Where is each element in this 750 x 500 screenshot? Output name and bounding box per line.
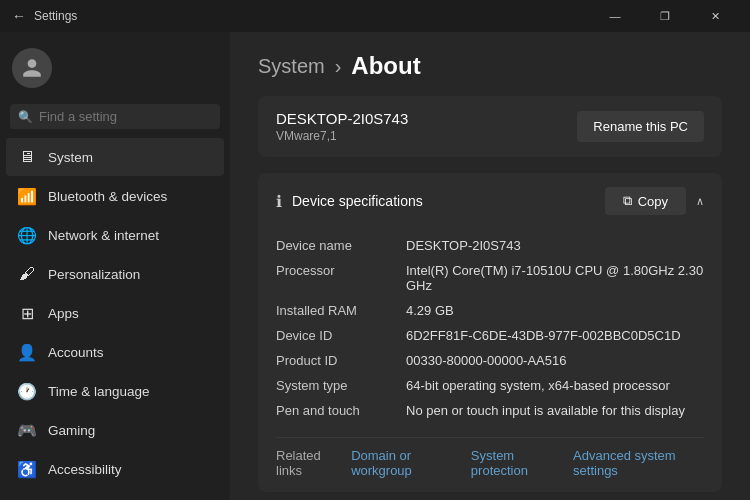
back-icon[interactable]: ←	[12, 8, 26, 24]
titlebar-title: Settings	[34, 9, 77, 23]
spec-value: 64-bit operating system, x64-based proce…	[406, 378, 704, 393]
content-area: System › About DESKTOP-2I0S743 VMware7,1…	[230, 32, 750, 500]
nav-label-apps: Apps	[48, 306, 79, 321]
spec-value: No pen or touch input is available for t…	[406, 403, 704, 418]
spec-row: System type64-bit operating system, x64-…	[276, 373, 704, 398]
titlebar-left: ← Settings	[12, 8, 77, 24]
nav-label-accessibility: Accessibility	[48, 462, 122, 477]
spec-label: Processor	[276, 263, 406, 293]
related-links-container: Domain or workgroup System protection Ad…	[351, 448, 704, 478]
sidebar-item-accounts[interactable]: 👤Accounts	[6, 333, 224, 371]
device-specs-card: ℹ Device specifications ⧉ Copy ∧ Device …	[258, 173, 722, 492]
device-specs-actions: ⧉ Copy ∧	[605, 187, 704, 215]
nav-icon-accounts: 👤	[18, 343, 36, 361]
nav-label-gaming: Gaming	[48, 423, 95, 438]
breadcrumb: System › About	[230, 32, 750, 96]
spec-label: Installed RAM	[276, 303, 406, 318]
nav-label-accounts: Accounts	[48, 345, 104, 360]
nav-icon-time: 🕐	[18, 382, 36, 400]
spec-value: 00330-80000-00000-AA516	[406, 353, 704, 368]
related-label: Related links	[276, 448, 341, 478]
device-specs-chevron: ∧	[696, 195, 704, 208]
device-specs-title: Device specifications	[292, 193, 423, 209]
device-spec-table: Device nameDESKTOP-2I0S743ProcessorIntel…	[258, 229, 722, 437]
nav-icon-bluetooth: 📶	[18, 187, 36, 205]
nav-label-time: Time & language	[48, 384, 150, 399]
device-specs-title-area: ℹ Device specifications	[276, 192, 423, 211]
pc-sub: VMware7,1	[276, 129, 408, 143]
system-protection-link[interactable]: System protection	[471, 448, 561, 478]
pc-name-info: DESKTOP-2I0S743 VMware7,1	[276, 110, 408, 143]
nav-icon-system: 🖥	[18, 148, 36, 166]
nav-icon-network: 🌐	[18, 226, 36, 244]
spec-row: Device nameDESKTOP-2I0S743	[276, 233, 704, 258]
nav-icon-gaming: 🎮	[18, 421, 36, 439]
sidebar-item-apps[interactable]: ⊞Apps	[6, 294, 224, 332]
close-button[interactable]: ✕	[692, 0, 738, 32]
spec-label: Product ID	[276, 353, 406, 368]
device-specs-header[interactable]: ℹ Device specifications ⧉ Copy ∧	[258, 173, 722, 229]
nav-icon-accessibility: ♿	[18, 460, 36, 478]
related-links: Related links Domain or workgroup System…	[258, 438, 722, 492]
sidebar: 🔍 🖥System📶Bluetooth & devices🌐Network & …	[0, 32, 230, 500]
nav-label-bluetooth: Bluetooth & devices	[48, 189, 167, 204]
sidebar-item-accessibility[interactable]: ♿Accessibility	[6, 450, 224, 488]
spec-label: Device ID	[276, 328, 406, 343]
spec-row: Device ID6D2FF81F-C6DE-43DB-977F-002BBC0…	[276, 323, 704, 348]
sidebar-item-time[interactable]: 🕐Time & language	[6, 372, 224, 410]
nav-label-personalization: Personalization	[48, 267, 140, 282]
breadcrumb-separator: ›	[335, 55, 342, 78]
spec-row: Pen and touchNo pen or touch input is av…	[276, 398, 704, 423]
spec-value: 6D2FF81F-C6DE-43DB-977F-002BBC0D5C1D	[406, 328, 704, 343]
maximize-button[interactable]: ❐	[642, 0, 688, 32]
domain-link[interactable]: Domain or workgroup	[351, 448, 459, 478]
spec-label: Device name	[276, 238, 406, 253]
spec-label: System type	[276, 378, 406, 393]
pc-name-section: DESKTOP-2I0S743 VMware7,1 Rename this PC	[258, 96, 722, 157]
app-body: 🔍 🖥System📶Bluetooth & devices🌐Network & …	[0, 32, 750, 500]
spec-row: →Installed RAM4.29 GB	[276, 298, 704, 323]
search-icon: 🔍	[18, 110, 33, 124]
sidebar-item-gaming[interactable]: 🎮Gaming	[6, 411, 224, 449]
nav-label-network: Network & internet	[48, 228, 159, 243]
nav-container: 🖥System📶Bluetooth & devices🌐Network & in…	[0, 137, 230, 500]
breadcrumb-current: About	[351, 52, 420, 80]
device-specs-copy-button[interactable]: ⧉ Copy	[605, 187, 686, 215]
sidebar-item-system[interactable]: 🖥System	[6, 138, 224, 176]
minimize-button[interactable]: —	[592, 0, 638, 32]
spec-value: 4.29 GB	[406, 303, 704, 318]
spec-label: Pen and touch	[276, 403, 406, 418]
copy-icon: ⧉	[623, 193, 632, 209]
spec-row: Product ID00330-80000-00000-AA516	[276, 348, 704, 373]
avatar[interactable]	[12, 48, 52, 88]
titlebar: ← Settings — ❐ ✕	[0, 0, 750, 32]
titlebar-controls: — ❐ ✕	[592, 0, 738, 32]
spec-value: Intel(R) Core(TM) i7-10510U CPU @ 1.80GH…	[406, 263, 704, 293]
pc-name: DESKTOP-2I0S743	[276, 110, 408, 127]
nav-icon-personalization: 🖌	[18, 265, 36, 283]
user-section	[0, 32, 230, 100]
breadcrumb-parent: System	[258, 55, 325, 78]
advanced-link[interactable]: Advanced system settings	[573, 448, 704, 478]
spec-row: ProcessorIntel(R) Core(TM) i7-10510U CPU…	[276, 258, 704, 298]
sidebar-item-network[interactable]: 🌐Network & internet	[6, 216, 224, 254]
nav-label-system: System	[48, 150, 93, 165]
sidebar-item-bluetooth[interactable]: 📶Bluetooth & devices	[6, 177, 224, 215]
rename-button[interactable]: Rename this PC	[577, 111, 704, 142]
nav-icon-apps: ⊞	[18, 304, 36, 322]
sidebar-item-personalization[interactable]: 🖌Personalization	[6, 255, 224, 293]
info-icon: ℹ	[276, 192, 282, 211]
search-box[interactable]: 🔍	[10, 104, 220, 129]
sidebar-item-privacy[interactable]: 🛡Privacy & security	[6, 489, 224, 500]
search-input[interactable]	[39, 109, 212, 124]
spec-value: DESKTOP-2I0S743	[406, 238, 704, 253]
